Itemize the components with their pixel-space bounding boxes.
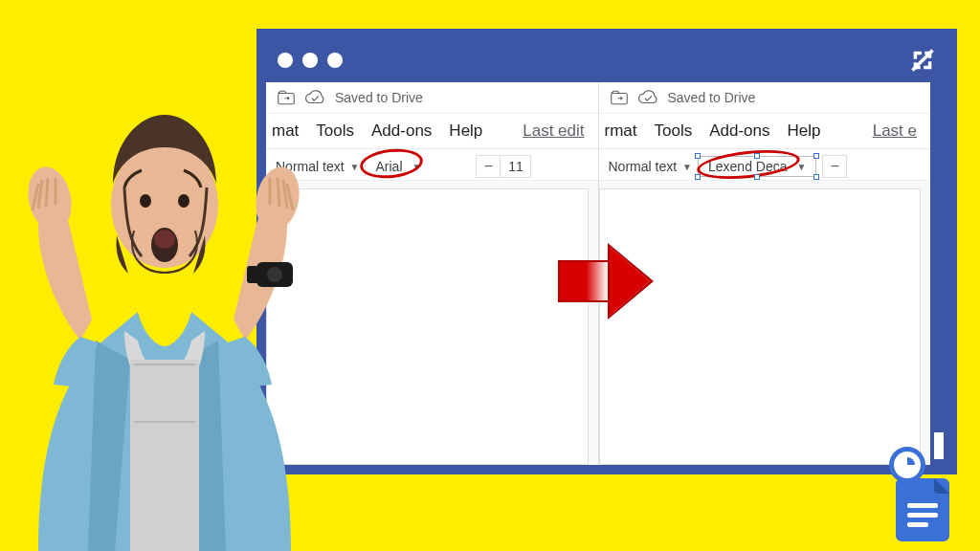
menu-format[interactable]: rmat <box>605 121 637 141</box>
font-family-dropdown[interactable]: Arial ▼ <box>365 157 470 176</box>
decrease-font-size[interactable]: − <box>476 155 501 178</box>
window-dot-close[interactable] <box>278 53 293 68</box>
expand-icon[interactable] <box>909 47 936 74</box>
menu-help[interactable]: Help <box>788 121 821 141</box>
svg-rect-7 <box>130 360 199 551</box>
folder-move-icon[interactable] <box>611 90 628 105</box>
svg-rect-11 <box>247 266 258 283</box>
surprised-person-photo <box>0 92 325 551</box>
font-size-input[interactable]: 11 <box>501 155 531 178</box>
menu-tools[interactable]: Tools <box>655 121 693 141</box>
chevron-down-icon: ▼ <box>350 162 360 172</box>
svg-rect-14 <box>907 503 938 508</box>
menu-bar: rmat Tools Add-ons Help Last e <box>599 114 931 149</box>
svg-point-12 <box>267 267 282 282</box>
window-content: Saved to Drive mat Tools Add-ons Help La… <box>266 82 947 465</box>
window-dot-maximize[interactable] <box>327 53 343 68</box>
chevron-down-icon: ▼ <box>412 162 422 172</box>
font-label: Arial <box>375 159 402 174</box>
font-label: Lexend Deca <box>708 159 788 174</box>
svg-point-6 <box>154 230 175 249</box>
last-edit-link[interactable]: Last e <box>873 121 924 141</box>
style-label: Normal text <box>609 159 678 174</box>
saved-status-row: Saved to Drive <box>599 82 931 114</box>
chevron-down-icon: ▼ <box>682 162 692 172</box>
decrease-font-size[interactable]: − <box>822 155 847 178</box>
window-titlebar <box>266 38 947 82</box>
window-controls <box>278 53 343 68</box>
last-edit-link[interactable]: Last edit <box>523 121 591 141</box>
document-page[interactable] <box>599 188 922 465</box>
svg-rect-15 <box>907 513 938 518</box>
saved-label: Saved to Drive <box>668 90 756 105</box>
document-canvas <box>599 180 931 465</box>
svg-point-3 <box>140 194 151 208</box>
saved-label: Saved to Drive <box>335 90 423 105</box>
menu-addons[interactable]: Add-ons <box>709 121 769 141</box>
paragraph-style-dropdown[interactable]: Normal text ▼ <box>603 157 698 176</box>
vertical-scrollbar[interactable] <box>930 82 947 465</box>
chevron-down-icon: ▼ <box>797 162 807 172</box>
window-dot-minimize[interactable] <box>302 53 318 68</box>
menu-help[interactable]: Help <box>449 121 482 141</box>
svg-point-4 <box>178 194 189 208</box>
menu-addons[interactable]: Add-ons <box>371 121 432 141</box>
font-family-dropdown[interactable]: Lexend Deca ▼ <box>698 156 816 177</box>
transition-arrow-icon <box>558 243 656 320</box>
svg-rect-16 <box>907 522 928 527</box>
google-docs-logo-icon <box>884 446 959 541</box>
cloud-saved-icon <box>637 90 658 105</box>
browser-window: Saved to Drive mat Tools Add-ons Help La… <box>256 29 957 474</box>
